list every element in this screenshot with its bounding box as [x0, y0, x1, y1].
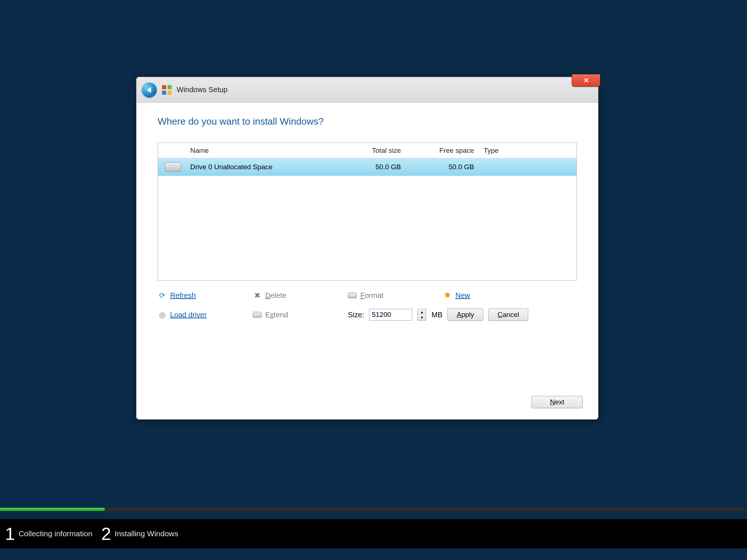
- disk-row-free: 50.0 GB: [408, 163, 481, 171]
- apply-button[interactable]: Apply: [447, 309, 483, 321]
- refresh-label-rest: efresh: [175, 291, 196, 299]
- load-driver-icon: ◎: [158, 310, 166, 319]
- disk-row-total: 50.0 GB: [338, 163, 408, 171]
- size-row: Size: ▲ ▼ MB Apply Cancel: [348, 309, 577, 321]
- steps-bar: 1 Collecting information 2 Installing Wi…: [0, 519, 747, 548]
- windows-setup-window: ✕ Windows Setup Where do you want to ins…: [136, 77, 598, 420]
- refresh-icon: ⟳: [158, 291, 166, 300]
- step-1-num: 1: [5, 524, 15, 544]
- format-icon: [348, 291, 357, 300]
- col-name: Name: [188, 147, 338, 155]
- windows-logo-icon: [162, 85, 172, 95]
- titlebar: Windows Setup: [136, 77, 598, 103]
- window-title: Windows Setup: [177, 86, 228, 94]
- close-icon: ✕: [583, 77, 589, 84]
- size-label: Size:: [348, 311, 364, 319]
- back-button[interactable]: [142, 82, 157, 98]
- disk-list: Name Total size Free space Type Drive 0 …: [158, 143, 577, 281]
- progress-fill: [0, 508, 105, 511]
- disk-list-header: Name Total size Free space Type: [158, 143, 577, 158]
- progress-rest: [105, 508, 747, 511]
- size-spin-down[interactable]: ▼: [418, 315, 426, 320]
- delete-icon: ✖: [253, 291, 262, 300]
- progress-track: [0, 507, 747, 511]
- extend-icon: [253, 310, 262, 319]
- step-2-num: 2: [101, 524, 111, 544]
- cancel-button[interactable]: Cancel: [488, 309, 528, 321]
- back-arrow-icon: [147, 87, 151, 93]
- step-1-label: Collecting information: [19, 529, 93, 538]
- delete-link: ✖ Delete: [253, 291, 348, 300]
- size-spinner[interactable]: ▲ ▼: [417, 309, 426, 321]
- actions-grid: ⟳ Refresh ✖ Delete Format ✸ New ◎ Load d…: [158, 291, 577, 321]
- drive-icon: [165, 162, 181, 172]
- col-total: Total size: [338, 147, 408, 155]
- step-1: 1 Collecting information: [5, 524, 93, 544]
- step-2: 2 Installing Windows: [101, 524, 179, 544]
- disk-row-name: Drive 0 Unallocated Space: [188, 163, 338, 171]
- size-spin-up[interactable]: ▲: [418, 309, 426, 315]
- page-heading: Where do you want to install Windows?: [158, 116, 577, 127]
- disk-row[interactable]: Drive 0 Unallocated Space 50.0 GB 50.0 G…: [158, 158, 577, 176]
- extend-link: Extend: [253, 309, 348, 321]
- next-button[interactable]: Next: [532, 396, 583, 408]
- new-link[interactable]: ✸ New: [443, 291, 577, 300]
- new-icon: ✸: [443, 291, 452, 300]
- col-free: Free space: [408, 147, 481, 155]
- size-unit: MB: [431, 311, 442, 319]
- size-input[interactable]: [369, 309, 412, 321]
- col-type: Type: [481, 147, 577, 155]
- refresh-link[interactable]: ⟳ Refresh: [158, 291, 253, 300]
- format-link: Format: [348, 291, 443, 300]
- load-driver-link[interactable]: ◎ Load driver: [158, 309, 253, 321]
- step-2-label: Installing Windows: [115, 529, 178, 538]
- close-button[interactable]: ✕: [572, 74, 600, 87]
